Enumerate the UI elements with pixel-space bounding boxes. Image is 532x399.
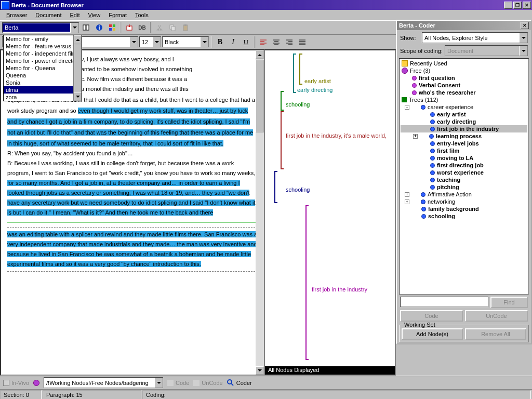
menu-browser[interactable]: Browser bbox=[2, 11, 31, 19]
find-button[interactable]: Find bbox=[490, 297, 528, 308]
dropdown-item[interactable]: Queena bbox=[4, 72, 82, 79]
tree-networking[interactable]: +networking bbox=[401, 198, 527, 205]
chevron-down-icon[interactable] bbox=[152, 37, 161, 47]
bracket-early-directing[interactable] bbox=[293, 54, 296, 93]
underline-button[interactable]: U bbox=[240, 36, 252, 48]
bracket-schooling-1[interactable] bbox=[281, 91, 284, 111]
scroll-down-button[interactable] bbox=[74, 92, 82, 101]
db-insert-icon[interactable] bbox=[123, 22, 135, 33]
tree-family-background[interactable]: family background bbox=[401, 205, 527, 212]
show-combo[interactable]: All Nodes, Explorer Style bbox=[422, 32, 528, 43]
chevron-down-icon[interactable] bbox=[70, 23, 78, 33]
copy-icon[interactable] bbox=[166, 22, 178, 33]
tree-free[interactable]: Free (3) bbox=[401, 67, 527, 74]
node-path-combo[interactable]: /!Working Nodes!/Free Nodes/badgering bbox=[44, 377, 163, 388]
tree-recently-used[interactable]: Recently Used bbox=[401, 60, 527, 67]
expand-icon[interactable]: + bbox=[405, 200, 409, 204]
color-combo[interactable]: Black bbox=[162, 36, 209, 47]
chevron-down-icon[interactable] bbox=[200, 37, 208, 47]
add-nodes-button[interactable]: Add Node(s) bbox=[402, 328, 463, 340]
maximize-button[interactable]: ❐ bbox=[513, 2, 522, 9]
chevron-down-icon[interactable] bbox=[519, 33, 527, 43]
paste-icon[interactable] bbox=[179, 22, 191, 33]
tree-schooling[interactable]: schooling bbox=[401, 212, 527, 220]
bracket-first-job[interactable] bbox=[305, 205, 309, 360]
chevron-down-icon[interactable] bbox=[129, 37, 138, 47]
align-center-button[interactable] bbox=[270, 36, 282, 48]
scroll-up-button[interactable] bbox=[256, 50, 264, 59]
menu-edit[interactable]: Edit bbox=[66, 11, 84, 19]
bracket-early-artist[interactable] bbox=[299, 54, 302, 85]
dropdown-item[interactable]: zora bbox=[4, 94, 82, 101]
tree-free-item[interactable]: Verbal Consent bbox=[401, 82, 527, 89]
menu-tools[interactable]: Tools bbox=[131, 11, 153, 19]
bold-button[interactable]: B bbox=[214, 36, 226, 48]
minimize-button[interactable]: _ bbox=[504, 2, 512, 9]
scroll-down-button[interactable] bbox=[256, 366, 264, 375]
dropdown-scrollbar[interactable] bbox=[73, 35, 82, 101]
tree-career-item[interactable]: +learning process bbox=[401, 132, 527, 140]
align-left-button[interactable] bbox=[257, 36, 269, 48]
scroll-up-button[interactable] bbox=[74, 35, 82, 44]
coder-button-bottom[interactable]: Coder bbox=[227, 379, 252, 387]
document-dropdown-list[interactable]: Memo for - emilyMemo for - feature versu… bbox=[3, 35, 82, 101]
db-icon[interactable]: DB bbox=[136, 22, 148, 33]
dropdown-item[interactable]: Memo for - Queena bbox=[4, 64, 82, 72]
dropdown-item[interactable]: Memo for - emily bbox=[4, 35, 82, 43]
menu-view[interactable]: View bbox=[84, 11, 104, 19]
tree-career-item[interactable]: worst experience bbox=[401, 169, 527, 176]
expand-icon[interactable]: + bbox=[413, 134, 418, 139]
coder-titlebar[interactable]: Berta - Coder ✕ bbox=[397, 21, 531, 30]
collapse-icon[interactable]: - bbox=[405, 105, 409, 110]
tree-career-experience[interactable]: -career experience bbox=[401, 103, 527, 111]
dropdown-item[interactable]: Sonia bbox=[4, 79, 82, 86]
italic-button[interactable]: I bbox=[227, 36, 239, 48]
dropdown-item[interactable]: Memo for - independent film bbox=[4, 50, 82, 57]
cut-icon[interactable] bbox=[153, 22, 165, 33]
code-button[interactable]: Code bbox=[400, 310, 463, 322]
invivo-button[interactable]: In-Vivo bbox=[3, 380, 29, 386]
code-button-bottom[interactable]: Code bbox=[167, 380, 189, 386]
dropdown-item[interactable]: ulma bbox=[4, 86, 82, 94]
book-icon[interactable] bbox=[80, 22, 92, 33]
dropdown-item[interactable]: Memo for - feature versus te bbox=[4, 43, 82, 50]
bracket-schooling-2[interactable] bbox=[274, 171, 277, 203]
scroll-thumb[interactable] bbox=[74, 44, 82, 92]
scroll-thumb[interactable] bbox=[256, 60, 264, 132]
menu-format[interactable]: Format bbox=[104, 11, 131, 19]
uncode-button[interactable]: UnCode bbox=[465, 310, 528, 322]
align-right-button[interactable] bbox=[283, 36, 295, 48]
tree-career-item[interactable]: early directing bbox=[401, 118, 527, 125]
close-button[interactable]: ✕ bbox=[523, 2, 531, 9]
info-icon[interactable]: i bbox=[93, 22, 105, 33]
font-size-combo[interactable]: 12 bbox=[139, 36, 161, 47]
tree-affirmative-action[interactable]: +Affirmative Action bbox=[401, 191, 527, 198]
svg-rect-12 bbox=[171, 26, 175, 31]
tree-career-item[interactable]: pitching bbox=[401, 183, 527, 191]
node-tree[interactable]: Recently Used Free (3) first questionVer… bbox=[399, 58, 529, 295]
document-combo[interactable]: Berta bbox=[2, 22, 79, 33]
remove-all-button[interactable]: Remove All bbox=[465, 328, 526, 340]
expand-icon[interactable]: + bbox=[405, 192, 409, 197]
tree-career-item[interactable]: first job in the industry bbox=[401, 125, 527, 132]
tree-career-item[interactable]: first directing job bbox=[401, 162, 527, 169]
coder-close-button[interactable]: ✕ bbox=[521, 22, 529, 29]
menu-document[interactable]: Document bbox=[31, 11, 65, 19]
uncode-button-bottom[interactable]: UnCode bbox=[193, 380, 222, 386]
dropdown-item[interactable]: Memo for - power of director bbox=[4, 57, 82, 64]
align-justify-button[interactable] bbox=[296, 36, 308, 48]
tree-career-item[interactable]: early artist bbox=[401, 111, 527, 118]
tree-career-item[interactable]: entry-level jobs bbox=[401, 140, 527, 147]
chevron-down-icon[interactable] bbox=[154, 378, 163, 388]
tree-free-item[interactable]: who's the researcher bbox=[401, 89, 527, 96]
grid-icon[interactable] bbox=[106, 22, 118, 33]
tree-trees[interactable]: Trees (112) bbox=[401, 96, 527, 103]
tree-career-item[interactable]: moving to LA bbox=[401, 154, 527, 162]
find-input[interactable] bbox=[400, 297, 488, 307]
vertical-scrollbar[interactable] bbox=[256, 50, 264, 375]
bracket-first-job-long[interactable] bbox=[281, 111, 284, 169]
tree-career-item[interactable]: first film bbox=[401, 147, 527, 154]
bottom-toolbar: In-Vivo /!Working Nodes!/Free Nodes/badg… bbox=[0, 376, 532, 389]
tree-free-item[interactable]: first question bbox=[401, 74, 527, 82]
tree-career-item[interactable]: teaching bbox=[401, 176, 527, 183]
